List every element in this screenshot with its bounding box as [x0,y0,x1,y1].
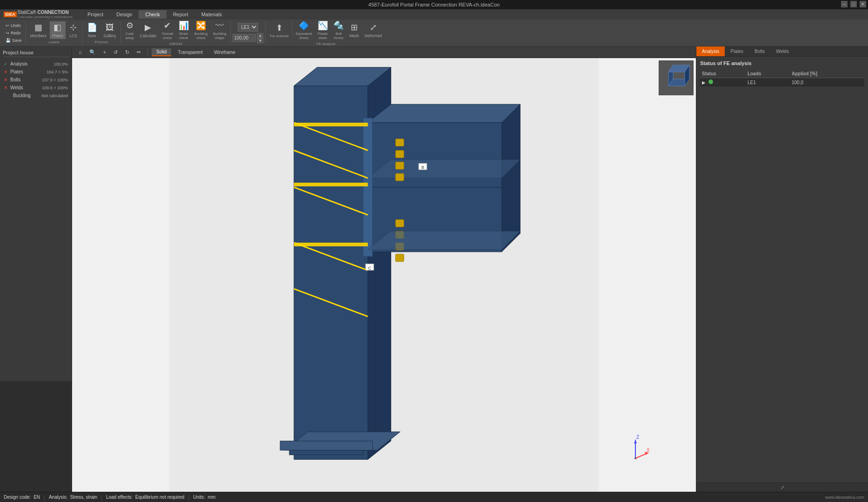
analysis-label: Analysis [10,61,27,66]
new-button[interactable]: 📄 New [85,21,100,39]
mini-3d-view [659,60,694,95]
overall-check-icon: ✔ [164,20,171,31]
percent-input[interactable] [233,34,256,42]
svg-rect-29 [280,441,373,450]
redo-icon: ↪ [6,31,9,35]
plates-value: 104.7 > 5% [47,70,68,74]
svg-rect-18 [294,183,368,186]
lcs-button[interactable]: ⊹ LCS [67,21,80,39]
redo-view-button[interactable]: ↻ [122,48,132,56]
design-code-label: Design code: EN [4,495,40,500]
expand-icon[interactable]: ▶ [702,80,706,85]
home-view-button[interactable]: ⌂ [76,48,85,56]
menu-tab-materials[interactable]: Materials [195,10,229,19]
viewport[interactable]: B C Z X [72,58,696,492]
svg-marker-8 [368,159,521,178]
col-status: Status [700,70,746,78]
mesh-button[interactable]: ⊞ Mesh [347,20,361,41]
titlebar-controls[interactable]: ─ □ ✕ [841,1,866,7]
rpanel-tab-bolts[interactable]: Bolts [749,46,770,56]
menu-tab-check[interactable]: Check [139,10,166,19]
search-view-button[interactable]: 🔍 [87,48,99,56]
welds-value: 109.6 > 100% [42,86,68,90]
website-label: www.ideastatica.com [825,495,864,500]
analysis-status-icon: ✓ [4,61,7,66]
zoom-in-button[interactable]: + [100,48,109,56]
calculate-button[interactable]: ▶ Calculate [138,20,159,41]
load-effects-label: Load effects: Equilibrium not required [106,495,185,500]
rpanel-tab-analysis[interactable]: Analysis [696,46,725,56]
units-label: Units: mm [193,495,215,500]
pictures-group: 📄 New 🖼 Gallery Pictures [83,21,121,45]
increment-button[interactable]: ▲ [257,33,263,38]
svg-text:Z: Z [636,435,639,440]
strain-check-button[interactable]: 📊 Straincheck [176,20,191,41]
analysis-item: ✓ Analysis 100,0% [3,60,69,68]
buckling-shape-button[interactable]: 〰 Bucklingshape [211,20,228,41]
decrement-button[interactable]: ▼ [257,38,263,43]
plastic-strain-button[interactable]: 📉 Plasticstrain [315,20,330,41]
le1-select[interactable]: LE1 [238,23,258,32]
svg-text:X: X [647,448,649,453]
svg-rect-19 [294,243,368,246]
menu-tabs: Project Design Check Report Materials [81,10,228,19]
calculate-icon: ▶ [145,22,151,33]
cbfem-group: ⚙ Codesetup ▶ Calculate ✔ Overallcheck 📊… [121,21,231,45]
rpanel-tab-plates[interactable]: Plates [725,46,749,56]
menu-tab-report[interactable]: Report [167,10,195,19]
row-expand[interactable]: ▶ [700,78,746,87]
buckling-check-icon: 🔀 [196,20,206,31]
svg-marker-37 [634,440,637,443]
svg-rect-23 [395,173,404,181]
view-transparent-button[interactable]: Transparent [173,49,207,56]
svg-rect-11 [363,118,373,257]
svg-rect-30 [289,450,363,455]
buckling-value: Not calculated [41,93,68,98]
undo-button[interactable]: ↩ Undo [4,22,24,29]
redo-button[interactable]: ↪ Redo [4,30,24,36]
reset-view-button[interactable]: ↺ [111,48,120,56]
buckling-check-button[interactable]: 🔀 Bucklingcheck [192,20,210,41]
analysis-value: 100,0% [53,62,68,66]
undo-icon: ↩ [6,23,9,28]
right-panel: Analysis Plates Bolts Welds Status of FE… [696,46,868,492]
view-wireframe-button[interactable]: Wireframe [209,49,240,56]
overall-check-button[interactable]: ✔ Overallcheck [160,20,175,41]
plastic-strain-icon: 📉 [318,20,328,31]
deformed-button[interactable]: ⤢ Deformed [362,20,384,41]
menu-tab-project[interactable]: Project [81,10,110,19]
for-extreme-button[interactable]: ⬆ For extreme [267,20,291,41]
close-button[interactable]: ✕ [860,1,866,7]
members-icon: ▦ [34,22,42,33]
fe-section-label: FE analysis [316,42,335,46]
equivalent-stress-icon: 🔷 [299,20,309,31]
view-separator [147,48,148,56]
bolt-forces-button[interactable]: 🔩 Boltforces [331,20,346,41]
expand-arrow-icon: ⤢ [781,485,784,490]
code-setup-button[interactable]: ⚙ Codesetup [123,20,137,41]
plates-button[interactable]: ◧ Plates [50,21,66,39]
members-button[interactable]: ▦ Members [28,21,49,39]
maximize-button[interactable]: □ [850,1,857,7]
svg-text:C: C [368,266,372,271]
edit-view-button[interactable]: ✏ [134,48,144,56]
fe-analysis-group: ⬆ For extreme 🔷 Equivalentstress 📉 Plast… [266,21,386,45]
equivalent-stress-button[interactable]: 🔷 Equivalentstress [294,20,314,41]
analysis-table: Status Loads Applied [%] ▶ LE1 100,0 [700,70,864,86]
gallery-button[interactable]: 🖼 Gallery [101,21,119,39]
minimize-button[interactable]: ─ [841,1,848,7]
table-row: ▶ LE1 100,0 [700,78,864,87]
plates-status-icon: ✕ [4,69,7,74]
view-solid-button[interactable]: Solid [152,48,171,56]
menu-tab-design[interactable]: Design [110,10,139,19]
right-panel-tabs: Analysis Plates Bolts Welds [696,46,868,57]
bolts-item: ✕ Bolts 107.9 > 100% [3,76,69,84]
save-button[interactable]: 💾 Save [4,37,24,44]
new-icon: 📄 [87,22,97,33]
logo-sub: Calculate yesterday's estimations [18,15,73,19]
rpanel-expand-button[interactable]: ⤢ [696,482,868,492]
save-icon: 💾 [6,38,11,43]
rpanel-tab-welds[interactable]: Welds [770,46,795,56]
menubar: IDEA StatiCa® CONNECTION Calculate yeste… [0,9,868,20]
project-group: ↩ Undo ↪ Redo 💾 Save [2,21,26,45]
